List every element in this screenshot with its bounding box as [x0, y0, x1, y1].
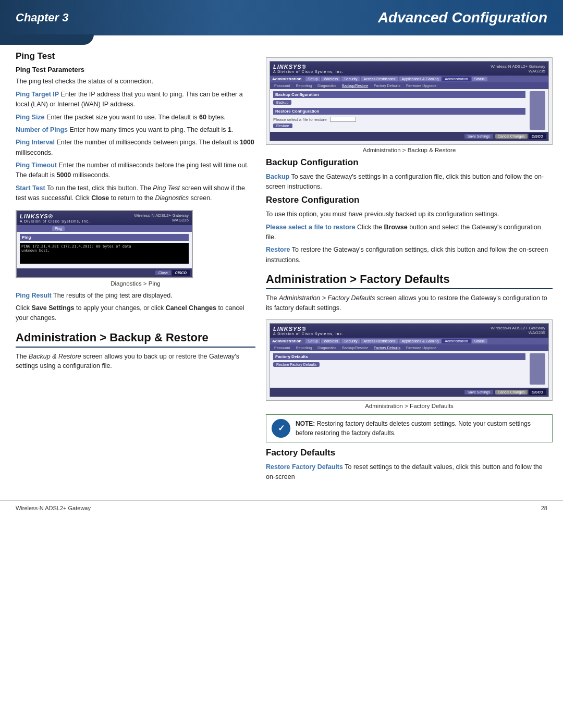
backup-tab-security: Security — [341, 77, 360, 81]
backup-ui-header: LINKSYS® A Division of Cisco Systems, In… — [270, 61, 548, 76]
restore-line: Restore To restore the Gateway's configu… — [266, 245, 553, 265]
param-text-start-test: To run the test, click this button. The … — [16, 184, 245, 202]
factory-body-content: Factory Defaults Restore Factory Default… — [273, 353, 545, 385]
ping-interval-default: 1000 — [240, 139, 254, 146]
backup-tab-status: Status — [472, 77, 487, 81]
factory-defaults-section-heading: Factory Defaults — [266, 448, 553, 458]
factory-nav-label: Administration — [272, 339, 303, 343]
save-settings-line: Click Save Settings to apply your change… — [16, 303, 255, 324]
ping-test-heading: Ping Test — [16, 51, 255, 61]
ping-test-italic: Ping Test — [153, 184, 180, 192]
ping-intro: The ping test checks the status of a con… — [16, 77, 255, 87]
please-select-line: Please select a file to restore Click th… — [266, 223, 553, 243]
factory-tab-wireless: Wireless — [321, 339, 340, 343]
ping-nav: Ping — [17, 225, 192, 232]
param-text-ping-size: Enter the packet size you want to use. T… — [46, 114, 226, 121]
ping-close-btn[interactable]: Close — [155, 270, 171, 275]
ping-section-header: Ping — [20, 234, 189, 241]
browse-bold: Browse — [384, 224, 408, 231]
ping-nav-tabs: Ping — [52, 226, 65, 231]
ping-output: PING 172.21.4.201 (172.21.4.201): 60 byt… — [20, 243, 189, 264]
param-label-target-ip: Ping Target IP — [16, 91, 59, 98]
backup-tab-setup: Setup — [305, 77, 320, 81]
restore-file-input[interactable] — [330, 117, 356, 122]
ping-product-info: Wireless-N ADSL2+ GatewayWAG235 — [134, 213, 189, 223]
factory-intro: The Administration > Factory Defaults sc… — [266, 293, 553, 313]
footer-product-name: Wireless-N ADSL2+ Gateway — [16, 505, 91, 511]
restore-btn[interactable]: Restore — [273, 124, 292, 128]
please-select-label: Please select a file to restore — [266, 224, 356, 231]
restore-param-text: To restore the Gateway's configuration s… — [266, 246, 548, 263]
backup-btn[interactable]: Backup — [273, 100, 291, 105]
chapter-label: Chapter 3 — [16, 11, 68, 24]
factory-cancel-btn[interactable]: Cancel Changes — [495, 390, 528, 394]
param-label-ping-result: Ping Result — [16, 292, 52, 299]
footer-page-number: 28 — [541, 505, 547, 511]
backup-body-content: Backup Configuration Backup Restore Conf… — [273, 91, 545, 130]
factory-tab-security: Security — [341, 339, 360, 343]
factory-sub-factory: Factory Defaults — [372, 346, 402, 350]
param-text-num-pings: Enter how many times you want to ping. T… — [70, 126, 234, 133]
ping-linksys-ui: LINKSYS® A Division of Cisco Systems, In… — [16, 211, 192, 278]
backup-italic: Backup & Restore — [29, 353, 81, 360]
factory-tab-admin: Administration — [442, 339, 470, 343]
factory-section-header: Factory Defaults — [273, 353, 525, 360]
factory-tab-status: Status — [472, 339, 487, 343]
backup-product-info: Wireless-N ADSL2+ GatewayWAG235 — [491, 64, 545, 73]
backup-left: Backup Configuration Backup Restore Conf… — [273, 91, 525, 130]
param-start-test: Start Test To run the test, click this b… — [16, 183, 255, 204]
ping-ui-footer: Close CISCO — [17, 268, 192, 277]
param-ping-timeout: Ping Timeout Enter the number of millise… — [16, 161, 255, 181]
backup-cancel-btn[interactable]: Cancel Changes — [495, 134, 528, 139]
restore-config-heading: Restore Configuration — [266, 195, 553, 205]
factory-tab-access: Access Restrictions — [361, 339, 398, 343]
backup-tab-access: Access Restrictions — [361, 77, 398, 81]
backup-nav-tabs: Setup Wireless Security Access Restricti… — [305, 77, 487, 81]
backup-param: Backup To save the Gateway's settings in… — [266, 172, 553, 192]
restore-factory-param-label: Restore Factory Defaults — [266, 463, 343, 471]
ping-caption: Diagnostics > Ping — [16, 280, 255, 287]
backup-sidebar — [530, 91, 545, 130]
param-label-ping-size: Ping Size — [16, 114, 45, 121]
ping-linksys-logo: LINKSYS® A Division of Cisco Systems, In… — [20, 213, 90, 223]
ping-params-heading: Ping Test Parameters — [16, 66, 255, 73]
backup-save-btn[interactable]: Save Settings — [464, 134, 493, 139]
backup-restore-intro: The Backup & Restore screen allows you t… — [16, 352, 255, 372]
backup-param-label: Backup — [266, 173, 289, 180]
restore-select-row: Please select a file to restore — [273, 117, 525, 122]
backup-screenshot-box: LINKSYS® A Division of Cisco Systems, In… — [266, 57, 553, 145]
factory-left: Factory Defaults Restore Factory Default… — [273, 353, 525, 385]
factory-linksys-ui: LINKSYS® A Division of Cisco Systems, In… — [270, 323, 549, 397]
param-label-num-pings: Number of Pings — [16, 126, 68, 133]
backup-btn-row: Backup — [273, 100, 525, 105]
backup-sub-firmware: Firmware Upgrade — [404, 83, 438, 88]
factory-subtabs: Password Reporting Diagnostics Backup/Re… — [270, 344, 548, 351]
content-area: Ping Test Ping Test Parameters The ping … — [0, 35, 563, 495]
factory-save-btn[interactable]: Save Settings — [464, 390, 493, 394]
backup-tab-wireless: Wireless — [321, 77, 340, 81]
right-column: LINKSYS® A Division of Cisco Systems, In… — [266, 51, 553, 485]
restore-factory-btn[interactable]: Restore Factory Defaults — [273, 362, 320, 367]
factory-sub-diagnostics: Diagnostics — [315, 346, 338, 350]
backup-caption: Administration > Backup & Restore — [266, 147, 553, 153]
factory-linksys-logo: LINKSYS® A Division of Cisco Systems, In… — [273, 326, 344, 336]
left-column: Ping Test Ping Test Parameters The ping … — [16, 51, 255, 485]
restore-config-section: Restore Configuration — [273, 108, 525, 115]
factory-sub-backup: Backup/Restore — [340, 346, 370, 350]
param-text-ping-result: The results of the ping test are display… — [53, 292, 173, 299]
backup-ui-footer: Save Settings Cancel Changes CISCO — [270, 132, 548, 141]
param-label-ping-timeout: Ping Timeout — [16, 162, 57, 169]
backup-tab-admin: Administration — [442, 77, 470, 81]
backup-nav: Administration Setup Wireless Security A… — [270, 76, 548, 82]
note-content: NOTE: Restoring factory defaults deletes… — [296, 419, 547, 438]
backup-tab-apps: Applications & Gaming — [399, 77, 442, 81]
backup-cisco-logo: CISCO — [529, 133, 546, 139]
backup-sub-reporting: Reporting — [294, 83, 314, 88]
factory-italic: Administration > Factory Defaults — [279, 294, 375, 302]
admin-backup-heading: Administration > Backup & Restore — [16, 331, 255, 348]
backup-config-heading: Backup Configuration — [266, 157, 553, 168]
factory-nav-tabs: Setup Wireless Security Access Restricti… — [305, 339, 487, 343]
page-title: Advanced Configuration — [378, 9, 547, 26]
factory-linksys-sub: A Division of Cisco Systems, Inc. — [273, 332, 344, 336]
factory-ui-footer: Save Settings Cancel Changes CISCO — [270, 388, 548, 397]
